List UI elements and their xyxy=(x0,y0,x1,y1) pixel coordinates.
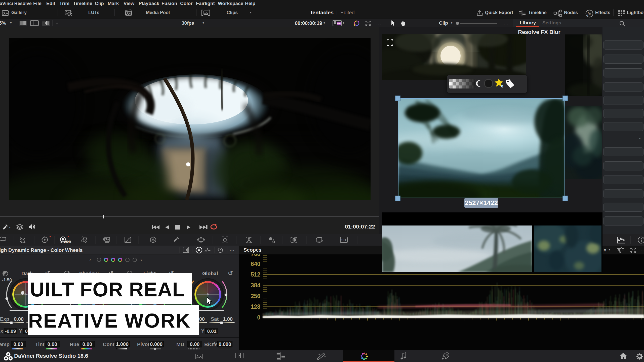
svg-text:3D: 3D xyxy=(341,238,346,242)
svg-text:HDR: HDR xyxy=(65,240,71,243)
svg-text:512: 512 xyxy=(251,271,260,278)
svg-text:PXY: PXY xyxy=(337,22,342,25)
svg-text:640: 640 xyxy=(251,261,260,267)
svg-text:0: 0 xyxy=(501,84,503,88)
svg-text:0: 0 xyxy=(257,314,260,321)
svg-text:256: 256 xyxy=(251,293,260,299)
svg-text:128: 128 xyxy=(251,303,261,310)
svg-text:384: 384 xyxy=(251,282,261,289)
svg-text:768: 768 xyxy=(251,254,261,257)
svg-text:fx: fx xyxy=(587,11,591,16)
